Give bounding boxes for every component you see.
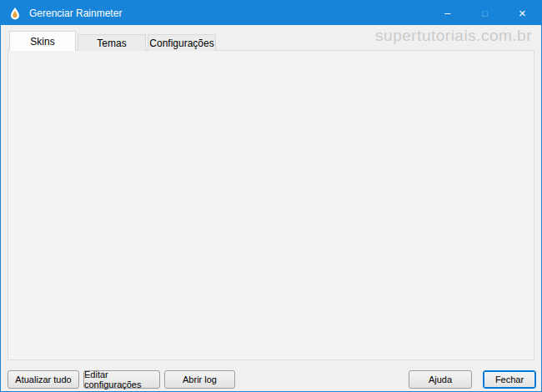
- watermark: supertutoriais.com.br: [375, 27, 532, 45]
- maximize-button: □: [466, 1, 504, 25]
- tab-page-skins: [8, 50, 534, 360]
- refresh-all-button[interactable]: Atualizar tudo: [8, 370, 79, 389]
- titlebar[interactable]: Gerenciar Rainmeter – □ ×: [1, 1, 541, 25]
- open-log-button[interactable]: Abrir log: [164, 370, 235, 389]
- minimize-button[interactable]: –: [429, 1, 466, 25]
- edit-settings-button[interactable]: Editar configurações: [83, 370, 160, 389]
- close-icon[interactable]: ×: [504, 1, 541, 25]
- tab-configuracoes[interactable]: Configurações: [148, 34, 216, 51]
- help-button[interactable]: Ajuda: [409, 370, 472, 389]
- tab-temas[interactable]: Temas: [78, 34, 146, 51]
- window-title: Gerenciar Rainmeter: [29, 8, 122, 19]
- close-button[interactable]: Fechar: [483, 370, 536, 389]
- tab-skins[interactable]: Skins: [9, 31, 76, 51]
- rainmeter-manager-window: Gerenciar Rainmeter – □ × supertutoriais…: [0, 0, 542, 392]
- rainmeter-drop-icon: [8, 7, 22, 20]
